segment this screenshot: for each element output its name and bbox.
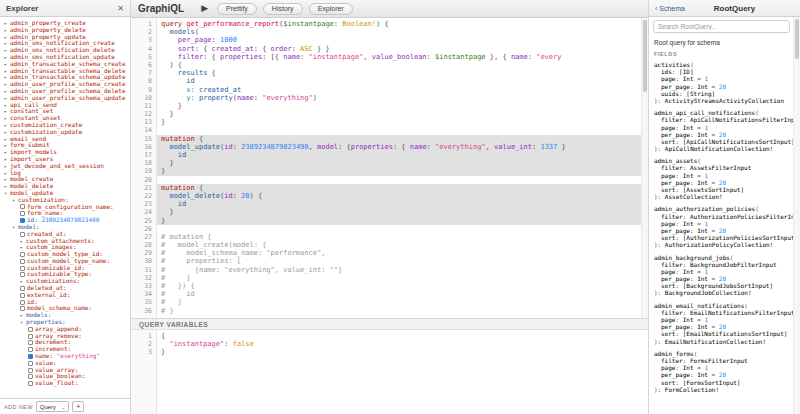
doc-arg[interactable]: page: Int = 1 [654, 220, 792, 227]
checkbox-unchecked[interactable] [20, 211, 25, 216]
type-link[interactable]: BackgroundJobFilterInput [690, 261, 777, 268]
doc-arg[interactable]: per_page: Int = 20 [654, 323, 792, 330]
doc-arg[interactable]: sort: [AssetsSortInput] [654, 186, 792, 193]
type-link[interactable]: AuthorizationPoliciesFilterInput [690, 213, 800, 220]
doc-arg[interactable]: page: Int = 1 [654, 172, 792, 179]
code-line[interactable]: model_update(id: 2389234879823490, model… [157, 143, 648, 151]
doc-return-type[interactable]: ): BackgroundJobCollection! [654, 289, 792, 296]
code-line[interactable]: } [157, 118, 648, 126]
type-link[interactable]: EmailNotificationCollection! [665, 338, 766, 345]
docs-search-input[interactable] [653, 20, 790, 33]
checkbox-unchecked[interactable] [28, 361, 33, 366]
code-line[interactable]: ) { [157, 61, 648, 69]
code-line[interactable]: filter: { properties: [{ name: "instantp… [157, 53, 648, 61]
code-line[interactable]: # ] [157, 274, 648, 282]
doc-return-type[interactable]: ): ActivityStreamsActivityCollection [654, 97, 792, 104]
variables-header[interactable]: QUERY VARIABLES [131, 318, 648, 330]
type-link[interactable]: BackgroundJobCollection! [665, 289, 752, 296]
doc-arg[interactable]: filter: ApiCallNotificationsFilterInput [654, 116, 792, 123]
type-link[interactable]: ApiCallNotificationCollection! [665, 145, 773, 152]
checkbox-unchecked[interactable] [20, 232, 25, 237]
doc-arg[interactable]: per_page: Int = 20 [654, 371, 792, 378]
doc-arg[interactable]: ids: [ID] [654, 68, 792, 75]
code-line[interactable]: model_delete(id: 20) { [157, 192, 648, 200]
doc-arg[interactable]: sort: [BackgroundJobsSortInput] [654, 282, 792, 289]
checkbox-unchecked[interactable] [20, 293, 25, 298]
type-link[interactable]: AuthorizationPolicyCollection! [665, 241, 773, 248]
type-link[interactable]: Int [697, 227, 708, 234]
code-line[interactable]: models( [157, 28, 648, 36]
type-link[interactable]: Int [697, 323, 708, 330]
checkbox-unchecked[interactable] [20, 266, 25, 271]
code-line[interactable]: } [157, 167, 648, 175]
type-link[interactable]: [BackgroundJobsSortInput] [683, 282, 773, 289]
doc-arg[interactable]: per_page: Int = 20 [654, 179, 792, 186]
code-line[interactable]: query get_performance_report($instantpag… [157, 20, 648, 28]
code-line[interactable]: # {name: "everything", value_int: ""} [157, 266, 648, 274]
code-line[interactable]: # }) { [157, 282, 648, 290]
doc-arg[interactable]: per_page: Int = 20 [654, 131, 792, 138]
type-link[interactable]: Int [683, 268, 694, 275]
field-name[interactable]: admin_authorization_policies [654, 205, 755, 212]
doc-field-name[interactable]: activities( [654, 61, 792, 68]
code-line[interactable]: y: property(name: "everything") [157, 94, 648, 102]
type-link[interactable]: Int [683, 316, 694, 323]
doc-arg[interactable]: filter: EmailNotificationsFilterInput [654, 309, 792, 316]
doc-arg[interactable]: filter: AuthorizationPoliciesFilterInput [654, 213, 792, 220]
checkbox-unchecked[interactable] [28, 374, 33, 379]
doc-arg[interactable]: filter: AssetsFilterInput [654, 164, 792, 171]
doc-arg[interactable]: sort: [FormsSortInput] [654, 379, 792, 386]
editor-scrollbar-thumb[interactable] [643, 20, 647, 92]
checkbox-unchecked[interactable] [28, 327, 33, 332]
type-link[interactable]: [ApiCallNotificationsSortInput] [683, 138, 795, 145]
doc-field-name[interactable]: admin_api_call_notifications( [654, 109, 792, 116]
field-name[interactable]: admin_background_jobs [654, 254, 730, 261]
code-line[interactable]: id [157, 151, 648, 159]
code-line[interactable]: "instantpage": false [157, 340, 648, 348]
code-line[interactable]: } [157, 348, 648, 356]
explorer-item[interactable]: value_float: [2, 380, 130, 387]
doc-arg[interactable]: uuids: [String] [654, 90, 792, 97]
code-line[interactable] [157, 176, 648, 184]
doc-return-type[interactable]: ): EmailNotificationCollection! [654, 338, 792, 345]
code-line[interactable]: # properties: [ [157, 257, 648, 265]
doc-arg[interactable]: sort: [EmailNotificationsSortInput] [654, 330, 792, 337]
doc-arg[interactable]: filter: BackgroundJobFilterInput [654, 261, 792, 268]
type-link[interactable]: Int [697, 179, 708, 186]
code-line[interactable]: { [157, 332, 648, 340]
type-link[interactable]: FormsFilterInput [690, 357, 748, 364]
checkbox-checked[interactable] [28, 354, 33, 359]
type-link[interactable]: Int [683, 124, 694, 131]
type-link[interactable]: Int [683, 172, 694, 179]
doc-arg[interactable]: sort: [AuthorizationPoliciesSortInput] [654, 234, 792, 241]
checkbox-unchecked[interactable] [28, 381, 33, 386]
type-link[interactable]: [FormsSortInput] [683, 379, 741, 386]
field-name[interactable]: admin_api_call_notifications [654, 109, 755, 116]
doc-arg[interactable]: per_page: Int = 20 [654, 275, 792, 282]
explorer-item[interactable]: ▸jwt_decode_and_set_session [2, 163, 130, 170]
code-line[interactable]: } [157, 159, 648, 167]
field-name[interactable]: admin_assets [654, 157, 697, 164]
code-line[interactable]: } [157, 102, 648, 110]
checkbox-unchecked[interactable] [20, 259, 25, 264]
type-link[interactable]: FormCollection! [665, 386, 719, 393]
doc-field-name[interactable]: admin_authorization_policies( [654, 205, 792, 212]
close-icon[interactable]: ✕ [117, 4, 124, 13]
variables-code[interactable]: { "instantpage": false} [157, 330, 648, 414]
type-link[interactable]: [AuthorizationPoliciesSortInput] [683, 234, 799, 241]
checkbox-unchecked[interactable] [28, 334, 33, 339]
type-link[interactable]: Int [697, 371, 708, 378]
doc-return-type[interactable]: ): AuthorizationPolicyCollection! [654, 241, 792, 248]
field-name[interactable]: admin_email_notifications [654, 302, 744, 309]
type-link[interactable]: AssetsFilterInput [690, 164, 751, 171]
code-line[interactable]: } [157, 217, 648, 225]
type-link[interactable]: [AssetsSortInput] [683, 186, 744, 193]
field-name[interactable]: activities [654, 61, 690, 68]
doc-field-name[interactable]: admin_background_jobs( [654, 254, 792, 261]
explorer-toggle-button[interactable]: Explorer [309, 3, 353, 15]
type-link[interactable]: AssetCollection! [665, 193, 723, 200]
code-line[interactable]: # } [157, 307, 648, 315]
code-line[interactable]: id [157, 200, 648, 208]
doc-arg[interactable]: page: Int = 1 [654, 268, 792, 275]
code-line[interactable]: per_page: 1000 [157, 36, 648, 44]
